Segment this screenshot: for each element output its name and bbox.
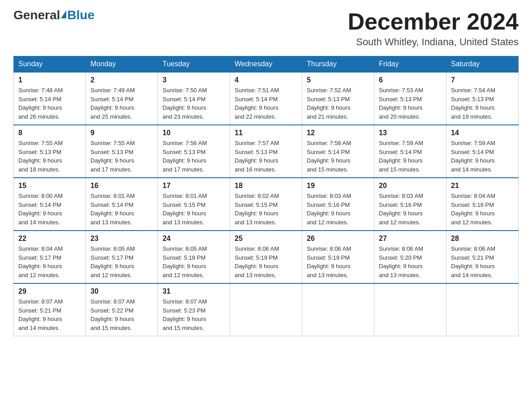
column-header-wednesday: Wednesday — [230, 56, 302, 73]
day-info: Sunrise: 8:03 AMSunset: 5:16 PMDaylight:… — [379, 192, 442, 227]
day-number: 15 — [18, 182, 81, 190]
day-info: Sunrise: 8:04 AMSunset: 5:16 PMDaylight:… — [451, 192, 514, 227]
day-info: Sunrise: 8:01 AMSunset: 5:14 PMDaylight:… — [90, 192, 153, 227]
calendar-cell: 7Sunrise: 7:54 AMSunset: 5:13 PMDaylight… — [446, 72, 519, 125]
day-number: 1 — [18, 76, 81, 84]
day-number: 18 — [235, 182, 297, 190]
day-number: 29 — [18, 287, 81, 295]
day-number: 27 — [379, 235, 442, 243]
calendar-cell: 30Sunrise: 8:07 AMSunset: 5:22 PMDayligh… — [86, 283, 158, 336]
calendar-cell — [374, 283, 446, 336]
calendar-week-row: 29Sunrise: 8:07 AMSunset: 5:21 PMDayligh… — [14, 283, 519, 336]
day-info: Sunrise: 8:05 AMSunset: 5:18 PMDaylight:… — [163, 244, 225, 279]
day-info: Sunrise: 7:54 AMSunset: 5:13 PMDaylight:… — [451, 86, 514, 121]
day-info: Sunrise: 7:58 AMSunset: 5:14 PMDaylight:… — [307, 139, 369, 174]
page-header: General Blue December 2024 South Whitley… — [13, 9, 519, 48]
calendar-header-row: SundayMondayTuesdayWednesdayThursdayFrid… — [14, 56, 519, 73]
day-number: 16 — [90, 182, 153, 190]
calendar-cell: 24Sunrise: 8:05 AMSunset: 5:18 PMDayligh… — [158, 231, 230, 283]
calendar-cell: 16Sunrise: 8:01 AMSunset: 5:14 PMDayligh… — [86, 178, 158, 231]
month-title: December 2024 — [348, 9, 519, 34]
day-number: 10 — [163, 129, 225, 137]
calendar-week-row: 22Sunrise: 8:04 AMSunset: 5:17 PMDayligh… — [14, 231, 519, 283]
day-info: Sunrise: 8:07 AMSunset: 5:22 PMDaylight:… — [90, 297, 153, 332]
day-info: Sunrise: 7:59 AMSunset: 5:14 PMDaylight:… — [451, 139, 514, 174]
column-header-monday: Monday — [86, 56, 158, 73]
day-info: Sunrise: 8:07 AMSunset: 5:21 PMDaylight:… — [18, 297, 81, 332]
day-info: Sunrise: 7:55 AMSunset: 5:13 PMDaylight:… — [18, 139, 81, 174]
column-header-friday: Friday — [374, 56, 446, 73]
day-info: Sunrise: 8:02 AMSunset: 5:15 PMDaylight:… — [235, 192, 297, 227]
calendar-table: SundayMondayTuesdayWednesdayThursdayFrid… — [13, 56, 519, 336]
day-number: 30 — [90, 287, 153, 295]
calendar-cell: 25Sunrise: 8:06 AMSunset: 5:19 PMDayligh… — [230, 231, 302, 283]
day-number: 23 — [90, 235, 153, 243]
day-info: Sunrise: 7:51 AMSunset: 5:14 PMDaylight:… — [235, 86, 297, 121]
day-info: Sunrise: 8:04 AMSunset: 5:17 PMDaylight:… — [18, 244, 81, 279]
day-number: 9 — [90, 129, 153, 137]
column-header-sunday: Sunday — [14, 56, 86, 73]
calendar-cell: 11Sunrise: 7:57 AMSunset: 5:13 PMDayligh… — [230, 125, 302, 178]
logo-general-text: General — [13, 9, 60, 21]
calendar-cell: 5Sunrise: 7:52 AMSunset: 5:13 PMDaylight… — [302, 72, 374, 125]
calendar-cell: 18Sunrise: 8:02 AMSunset: 5:15 PMDayligh… — [230, 178, 302, 231]
day-number: 8 — [18, 129, 81, 137]
day-info: Sunrise: 7:52 AMSunset: 5:13 PMDaylight:… — [307, 86, 369, 121]
day-number: 20 — [379, 182, 442, 190]
column-header-thursday: Thursday — [302, 56, 374, 73]
calendar-cell: 31Sunrise: 8:07 AMSunset: 5:23 PMDayligh… — [158, 283, 230, 336]
calendar-cell: 27Sunrise: 8:06 AMSunset: 5:20 PMDayligh… — [374, 231, 446, 283]
calendar-cell: 12Sunrise: 7:58 AMSunset: 5:14 PMDayligh… — [302, 125, 374, 178]
calendar-cell: 1Sunrise: 7:48 AMSunset: 5:14 PMDaylight… — [14, 72, 86, 125]
day-info: Sunrise: 8:05 AMSunset: 5:17 PMDaylight:… — [90, 244, 153, 279]
day-info: Sunrise: 7:55 AMSunset: 5:13 PMDaylight:… — [90, 139, 153, 174]
calendar-cell: 14Sunrise: 7:59 AMSunset: 5:14 PMDayligh… — [446, 125, 519, 178]
day-number: 13 — [379, 129, 442, 137]
calendar-cell: 20Sunrise: 8:03 AMSunset: 5:16 PMDayligh… — [374, 178, 446, 231]
calendar-cell: 15Sunrise: 8:00 AMSunset: 5:14 PMDayligh… — [14, 178, 86, 231]
calendar-cell — [302, 283, 374, 336]
calendar-cell: 4Sunrise: 7:51 AMSunset: 5:14 PMDaylight… — [230, 72, 302, 125]
calendar-cell: 22Sunrise: 8:04 AMSunset: 5:17 PMDayligh… — [14, 231, 86, 283]
day-number: 6 — [379, 76, 442, 84]
day-number: 12 — [307, 129, 369, 137]
calendar-cell: 6Sunrise: 7:53 AMSunset: 5:13 PMDaylight… — [374, 72, 446, 125]
calendar-cell — [230, 283, 302, 336]
day-info: Sunrise: 7:53 AMSunset: 5:13 PMDaylight:… — [379, 86, 442, 121]
day-info: Sunrise: 7:50 AMSunset: 5:14 PMDaylight:… — [163, 86, 225, 121]
calendar-cell: 28Sunrise: 8:06 AMSunset: 5:21 PMDayligh… — [446, 231, 519, 283]
column-header-saturday: Saturday — [446, 56, 519, 73]
day-info: Sunrise: 7:56 AMSunset: 5:13 PMDaylight:… — [163, 139, 225, 174]
logo-triangle-icon — [61, 10, 66, 18]
day-number: 7 — [451, 76, 514, 84]
column-header-tuesday: Tuesday — [158, 56, 230, 73]
day-number: 28 — [451, 235, 514, 243]
day-info: Sunrise: 8:06 AMSunset: 5:19 PMDaylight:… — [307, 244, 369, 279]
day-info: Sunrise: 7:57 AMSunset: 5:13 PMDaylight:… — [235, 139, 297, 174]
logo: General Blue — [13, 9, 94, 21]
day-number: 21 — [451, 182, 514, 190]
day-info: Sunrise: 8:06 AMSunset: 5:21 PMDaylight:… — [451, 244, 514, 279]
calendar-cell: 23Sunrise: 8:05 AMSunset: 5:17 PMDayligh… — [86, 231, 158, 283]
day-number: 4 — [235, 76, 297, 84]
day-number: 3 — [163, 76, 225, 84]
location-title: South Whitley, Indiana, United States — [348, 36, 519, 48]
day-info: Sunrise: 8:01 AMSunset: 5:15 PMDaylight:… — [163, 192, 225, 227]
day-info: Sunrise: 7:49 AMSunset: 5:14 PMDaylight:… — [90, 86, 153, 121]
calendar-week-row: 15Sunrise: 8:00 AMSunset: 5:14 PMDayligh… — [14, 178, 519, 231]
calendar-cell: 8Sunrise: 7:55 AMSunset: 5:13 PMDaylight… — [14, 125, 86, 178]
day-info: Sunrise: 8:03 AMSunset: 5:16 PMDaylight:… — [307, 192, 369, 227]
day-number: 11 — [235, 129, 297, 137]
day-number: 17 — [163, 182, 225, 190]
logo-blue-text: Blue — [67, 9, 94, 21]
calendar-cell: 2Sunrise: 7:49 AMSunset: 5:14 PMDaylight… — [86, 72, 158, 125]
day-info: Sunrise: 8:06 AMSunset: 5:19 PMDaylight:… — [235, 244, 297, 279]
day-info: Sunrise: 7:59 AMSunset: 5:14 PMDaylight:… — [379, 139, 442, 174]
calendar-cell: 21Sunrise: 8:04 AMSunset: 5:16 PMDayligh… — [446, 178, 519, 231]
day-number: 5 — [307, 76, 369, 84]
calendar-cell: 9Sunrise: 7:55 AMSunset: 5:13 PMDaylight… — [86, 125, 158, 178]
day-info: Sunrise: 8:06 AMSunset: 5:20 PMDaylight:… — [379, 244, 442, 279]
day-number: 19 — [307, 182, 369, 190]
calendar-cell: 13Sunrise: 7:59 AMSunset: 5:14 PMDayligh… — [374, 125, 446, 178]
calendar-cell: 19Sunrise: 8:03 AMSunset: 5:16 PMDayligh… — [302, 178, 374, 231]
